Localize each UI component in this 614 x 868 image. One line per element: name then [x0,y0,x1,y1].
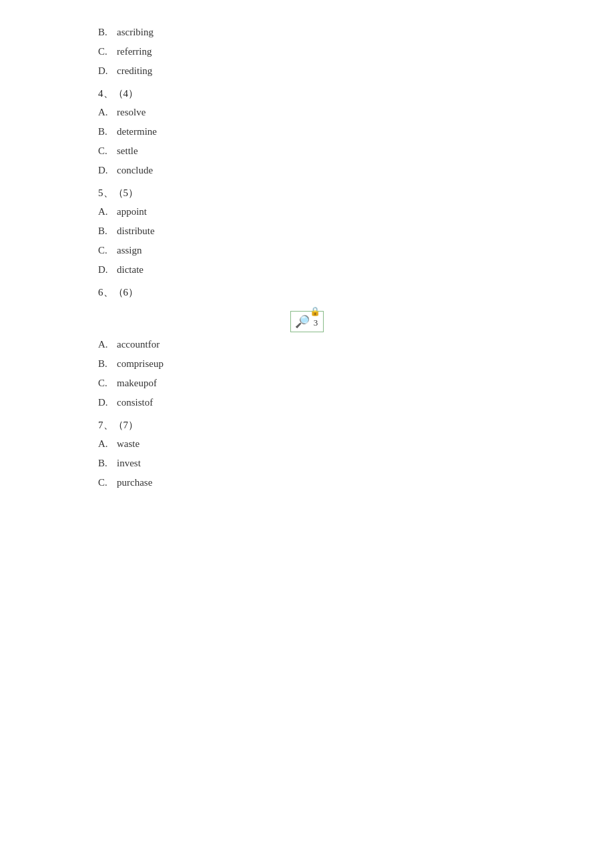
option-text: assign [117,245,142,256]
option-label: B. [98,358,113,370]
option-label: C. [98,145,113,157]
option-label: B. [98,458,113,469]
lock-icon: 🔒 [310,306,320,317]
option-d-crediting: D. crediting [98,65,516,77]
option-5a: A. appoint [98,206,516,218]
option-text: determine [117,126,157,137]
question-4: 4、（4） A. resolve B. determine C. settle … [98,87,516,176]
option-text: compriseup [117,358,164,370]
option-text: referring [117,46,151,57]
option-label: A. [98,339,113,350]
option-label: D. [98,397,113,408]
option-label: A. [98,438,113,450]
widget-area: 🔒 🔎 3 [98,311,516,332]
option-text: ascribing [117,27,154,38]
option-text: invest [117,458,141,469]
option-text: resolve [117,107,145,118]
option-6c: C. makeupof [98,378,516,389]
option-4b: B. determine [98,126,516,137]
option-label: B. [98,226,113,237]
magnify-icon: 🔎 [295,314,310,329]
question-5: 5、（5） A. appoint B. distribute C. assign… [98,187,516,276]
widget-number: 3 [314,318,318,328]
option-4c: C. settle [98,145,516,157]
option-4d: D. conclude [98,165,516,176]
option-6d: D. consistof [98,397,516,408]
option-6b: B. compriseup [98,358,516,370]
option-label: D. [98,65,113,77]
option-7b: B. invest [98,458,516,469]
option-text: distribute [117,226,155,237]
option-text: dictate [117,264,143,276]
option-text: waste [117,438,139,450]
option-text: appoint [117,206,147,218]
option-label: C. [98,46,113,57]
option-7a: A. waste [98,438,516,450]
prev-question-options: B. ascribing C. referring D. crediting [98,27,516,77]
option-label: A. [98,206,113,218]
question-7: 7、（7） A. waste B. invest C. purchase [98,419,516,488]
question-number-4: 4、（4） [98,87,516,100]
question-number-5: 5、（5） [98,187,516,199]
question-number-7: 7、（7） [98,419,516,432]
option-5c: C. assign [98,245,516,256]
option-text: crediting [117,65,152,77]
option-label: D. [98,165,113,176]
option-text: consistof [117,397,153,408]
option-4a: A. resolve [98,107,516,118]
widget-container: 🔒 🔎 3 [290,311,324,332]
option-text: makeupof [117,378,157,389]
question-6: 6、（6） 🔒 🔎 3 A. accountfor B. compriseup … [98,286,516,408]
option-text: purchase [117,477,152,488]
option-5b: B. distribute [98,226,516,237]
option-7c: C. purchase [98,477,516,488]
option-text: settle [117,145,138,157]
option-label: C. [98,378,113,389]
option-5d: D. dictate [98,264,516,276]
option-b-ascribing: B. ascribing [98,27,516,38]
option-c-referring: C. referring [98,46,516,57]
option-label: C. [98,477,113,488]
option-label: A. [98,107,113,118]
option-label: B. [98,126,113,137]
option-label: B. [98,27,113,38]
option-label: C. [98,245,113,256]
option-6a: A. accountfor [98,339,516,350]
option-text: conclude [117,165,153,176]
option-text: accountfor [117,339,160,350]
option-label: D. [98,264,113,276]
question-number-6: 6、（6） [98,286,516,299]
